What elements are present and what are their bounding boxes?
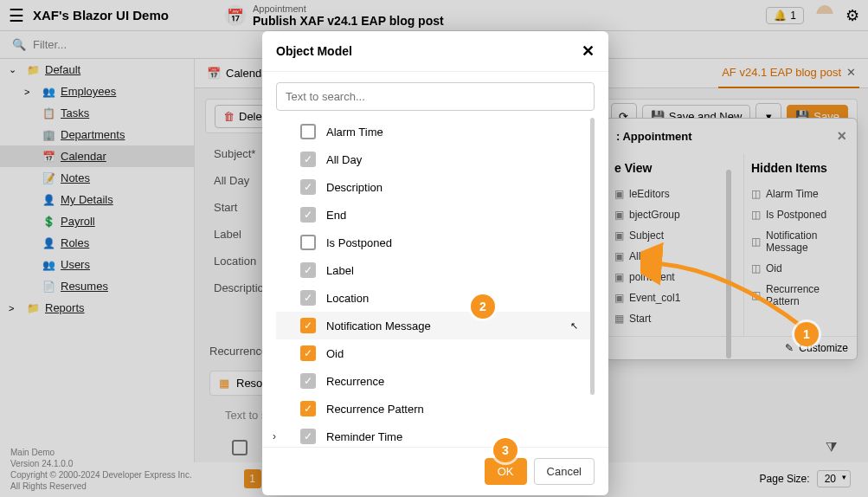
checkbox-icon: ✓ [300,290,316,306]
chevron-right-icon[interactable]: › [273,430,276,442]
checkbox-row-alarm-time[interactable]: Alarm Time [276,118,595,145]
checkbox-row-reminder-time[interactable]: ›✓Reminder Time [276,423,595,447]
cursor-icon: ↖ [570,320,578,332]
checkbox-row-description[interactable]: ✓Description [276,173,595,201]
checkbox-icon: ✓ [300,373,316,389]
checkbox-row-location[interactable]: ✓Location [276,284,595,312]
checkbox-row-notification-message[interactable]: ✓Notification Message↖ [276,312,595,339]
checkbox-icon: ✓ [300,429,316,444]
checkbox-label: Recurrence Pattern [326,403,424,416]
callout-1: 1 [794,322,819,346]
checkbox-label: Description [326,181,383,194]
checkbox-label: Is Postponed [326,236,392,249]
close-icon[interactable]: ✕ [582,42,595,61]
checkbox-label: End [326,209,346,222]
checkbox-icon: ✓ [300,179,316,195]
checkbox-label: Label [326,264,354,277]
checkbox-label: Location [326,292,369,305]
scrollbar[interactable] [590,118,595,395]
checkbox-icon [300,124,316,139]
checkbox-row-all-day[interactable]: ✓All Day [276,145,595,173]
search-input[interactable] [276,82,595,111]
checkbox-icon [300,235,316,250]
checkbox-row-oid[interactable]: ✓Oid [276,339,595,367]
checkbox-icon: ✓ [300,207,316,223]
checkbox-row-end[interactable]: ✓End [276,201,595,229]
checkbox-label: Oid [326,347,344,360]
checkbox-label: All Day [326,153,362,166]
modal-title: Object Model [276,44,352,58]
checkbox-label: Recurrence [326,375,384,388]
checkbox-row-is-postponed[interactable]: Is Postponed [276,229,595,256]
checkbox-icon: ✓ [300,401,316,416]
callout-2: 2 [471,294,495,319]
checkbox-icon: ✓ [300,318,316,333]
callout-3: 3 [493,438,518,462]
checkbox-icon: ✓ [300,345,316,361]
checkbox-label: Reminder Time [326,430,402,443]
cancel-button[interactable]: Cancel [534,458,595,485]
checkbox-row-label[interactable]: ✓Label [276,256,595,284]
checkbox-row-recurrence-pattern[interactable]: ✓Recurrence Pattern [276,395,595,423]
checkbox-icon: ✓ [300,152,316,167]
object-model-modal: Object Model ✕ Alarm Time✓All Day✓Descri… [262,31,608,495]
checkbox-label: Alarm Time [326,126,383,139]
checkbox-label: Notification Message [326,320,431,332]
checkbox-row-recurrence[interactable]: ✓Recurrence [276,367,595,395]
checkbox-icon: ✓ [300,262,316,278]
